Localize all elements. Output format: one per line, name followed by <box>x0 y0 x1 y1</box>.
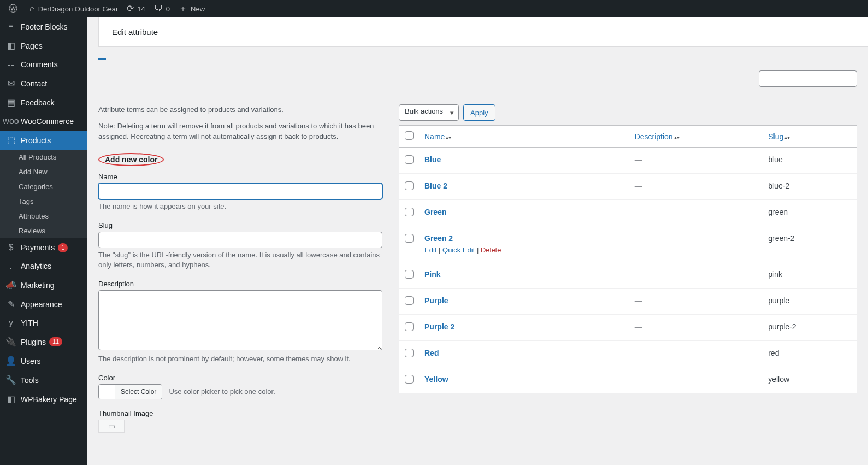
term-slug: red <box>763 341 857 367</box>
sidebar-item-label: Analytics <box>21 262 51 270</box>
sidebar-item-plugins[interactable]: 🔌Plugins11 <box>0 332 87 351</box>
name-help: The name is how it appears on your site. <box>98 202 382 211</box>
row-checkbox[interactable] <box>405 208 414 216</box>
term-slug: blue <box>763 148 857 174</box>
sidebar-item-products[interactable]: ⬚Products <box>0 131 87 150</box>
row-checkbox[interactable] <box>405 155 414 164</box>
sidebar-item-tools[interactable]: 🔧Tools <box>0 370 87 390</box>
color-swatch-icon <box>99 385 115 399</box>
term-name-link[interactable]: Yellow <box>424 375 448 384</box>
term-description: — <box>635 234 642 243</box>
slug-input[interactable] <box>98 232 382 248</box>
badge: 1 <box>58 243 68 252</box>
payments-icon: $ <box>5 243 16 252</box>
home-icon: ⌂ <box>29 4 35 13</box>
quick-edit-link[interactable]: Quick Edit <box>442 246 475 254</box>
sidebar-item-payments[interactable]: $Payments1 <box>0 238 87 257</box>
update-icon: ⟳ <box>127 4 134 13</box>
sidebar-item-comments[interactable]: 🗩Comments <box>0 55 87 74</box>
name-label: Name <box>98 173 382 181</box>
site-link[interactable]: ⌂DerDragon Outdoor Gear <box>25 0 122 17</box>
term-name-link[interactable]: Purple 2 <box>424 322 454 331</box>
sidebar-item-appearance[interactable]: ✎Appearance <box>0 295 87 314</box>
terms-table-area: Bulk actions Apply Name▴▾ Description▴▾ … <box>399 104 857 443</box>
updates-link[interactable]: ⟳14 <box>122 0 149 17</box>
sidebar-item-label: YITH <box>21 319 38 327</box>
col-name-header[interactable]: Name▴▾ <box>424 132 451 141</box>
sidebar-item-label: Comments <box>21 60 58 69</box>
term-name-link[interactable]: Pink <box>424 270 441 279</box>
sidebar-subitem-all-products[interactable]: All Products <box>0 150 87 164</box>
analytics-icon: ⫾ <box>5 261 16 271</box>
term-name-link[interactable]: Blue 2 <box>424 181 447 190</box>
sidebar-item-label: Marketing <box>21 281 54 290</box>
description-input[interactable] <box>98 290 382 350</box>
apply-button[interactable]: Apply <box>463 104 495 121</box>
sidebar-item-yith[interactable]: yYITH <box>0 314 87 332</box>
plus-icon: ＋ <box>179 4 187 13</box>
bulk-actions-select[interactable]: Bulk actions <box>399 104 459 121</box>
select-color-button[interactable]: Select Color <box>115 385 162 399</box>
appearance-icon: ✎ <box>5 299 16 309</box>
sidebar-subitem-attributes[interactable]: Attributes <box>0 209 87 223</box>
wp-logo[interactable]: ⓦ <box>4 0 25 17</box>
sidebar-item-feedback[interactable]: ▤Feedback <box>0 93 87 112</box>
intro-text-2: Note: Deleting a term will remove it fro… <box>98 121 382 142</box>
color-picker[interactable]: Select Color <box>98 384 162 399</box>
col-desc-header[interactable]: Description▴▾ <box>635 132 680 141</box>
row-checkbox[interactable] <box>405 322 414 331</box>
intro-text-1: Attribute terms can be assigned to produ… <box>98 104 382 115</box>
thumbnail-placeholder[interactable]: ▭ <box>98 420 125 433</box>
updates-count: 14 <box>137 5 145 13</box>
table-row: Yellow—yellow <box>399 367 857 393</box>
badge: 11 <box>49 337 62 346</box>
sidebar-item-label: Plugins <box>21 338 46 346</box>
sidebar-item-analytics[interactable]: ⫾Analytics <box>0 257 87 275</box>
comments-link[interactable]: 🗨0 <box>150 0 174 17</box>
delete-link[interactable]: Delete <box>481 246 501 254</box>
term-name-link[interactable]: Purple <box>424 296 448 305</box>
term-name-link[interactable]: Red <box>424 349 439 357</box>
sidebar-subitem-tags[interactable]: Tags <box>0 194 87 209</box>
term-description: — <box>635 375 642 384</box>
term-name-link[interactable]: Green <box>424 208 446 216</box>
term-description: — <box>635 296 642 305</box>
comment-icon: 🗨 <box>154 4 163 13</box>
row-checkbox[interactable] <box>405 375 414 384</box>
sidebar-subitem-categories[interactable]: Categories <box>0 179 87 194</box>
sidebar-item-label: Users <box>21 357 41 366</box>
feedback-icon: ▤ <box>5 97 16 108</box>
name-input[interactable] <box>98 183 382 199</box>
woocommerce-icon: woo <box>5 116 16 126</box>
sidebar-subitem-add-new[interactable]: Add New <box>0 164 87 179</box>
sidebar-item-pages[interactable]: ◧Pages <box>0 36 87 55</box>
sidebar-item-contact[interactable]: ✉Contact <box>0 74 87 93</box>
select-all-checkbox[interactable] <box>405 131 414 140</box>
term-description: — <box>635 270 642 279</box>
table-row: Red—red <box>399 341 857 367</box>
description-label: Description <box>98 280 382 288</box>
row-checkbox[interactable] <box>405 270 414 279</box>
term-name-link[interactable]: Blue <box>424 155 441 164</box>
sidebar-item-wpbakery-page[interactable]: ◧WPBakery Page <box>0 390 87 409</box>
edit-link[interactable]: Edit <box>424 246 436 254</box>
search-input[interactable] <box>759 70 857 87</box>
term-slug: purple-2 <box>763 315 857 341</box>
description-help: The description is not prominent by defa… <box>98 354 382 364</box>
sidebar-item-footer-blocks[interactable]: ≡Footer Blocks <box>0 17 87 36</box>
sidebar-item-marketing[interactable]: 📣Marketing <box>0 275 87 295</box>
terms-table: Name▴▾ Description▴▾ Slug▴▾ Blue—blueBlu… <box>399 125 857 393</box>
form-section-title: Add new color <box>98 153 164 166</box>
sidebar-item-woocommerce[interactable]: wooWooCommerce <box>0 112 87 131</box>
sidebar-subitem-reviews[interactable]: Reviews <box>0 223 87 238</box>
term-name-link[interactable]: Green 2 <box>424 234 453 243</box>
new-link[interactable]: ＋New <box>174 0 209 17</box>
term-slug: green-2 <box>763 226 857 262</box>
sidebar-item-users[interactable]: 👤Users <box>0 351 87 370</box>
row-checkbox[interactable] <box>405 296 414 305</box>
row-checkbox[interactable] <box>405 349 414 357</box>
row-checkbox[interactable] <box>405 181 414 190</box>
row-checkbox[interactable] <box>405 234 414 243</box>
col-slug-header[interactable]: Slug▴▾ <box>768 132 790 141</box>
site-name: DerDragon Outdoor Gear <box>38 5 119 13</box>
